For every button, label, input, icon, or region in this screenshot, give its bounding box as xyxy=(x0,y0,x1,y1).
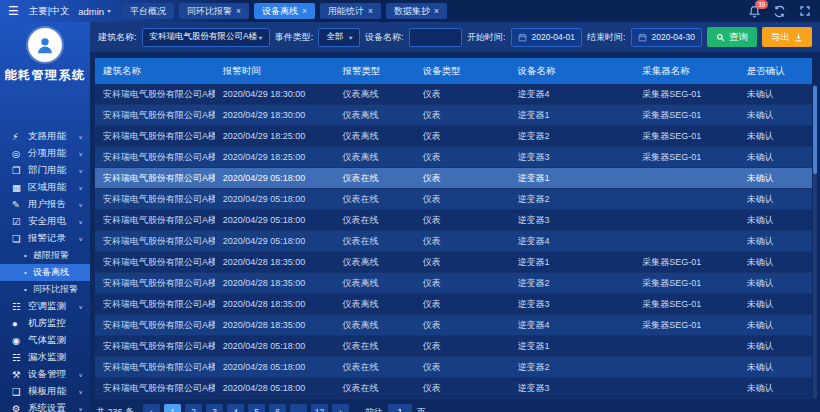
sidebar-item-label: 部门用能 xyxy=(28,164,78,177)
sidebar-item-区域用能[interactable]: ▦区域用能∨ xyxy=(0,179,90,196)
fullscreen-icon[interactable] xyxy=(797,4,812,19)
table-cell: 逆变器4 xyxy=(509,84,634,105)
table-cell: 安科瑞电气股份有限公司A楼 xyxy=(95,273,215,294)
table-row[interactable]: 安科瑞电气股份有限公司A楼2020/04/28 05:18:00仪表在线仪表逆变… xyxy=(95,336,812,357)
department-energy-icon: ❐ xyxy=(12,165,28,176)
sidebar-item-气体监测[interactable]: ◉气体监测 xyxy=(0,332,90,349)
download-icon xyxy=(794,33,803,42)
tab-close-icon[interactable]: × xyxy=(368,6,373,16)
tab-label: 设备离线 xyxy=(262,5,298,18)
prev-page-button[interactable]: ‹ xyxy=(143,404,160,412)
table-row[interactable]: 安科瑞电气股份有限公司A楼2020/04/29 05:18:00仪表在线仪表逆变… xyxy=(95,168,812,189)
column-header: 报警时间 xyxy=(215,58,335,84)
sidebar-subitem-越限报警[interactable]: •越限报警 xyxy=(0,247,90,264)
table-cell: 仪表离线 xyxy=(334,84,414,105)
page-button-5[interactable]: 5 xyxy=(248,404,265,412)
table-row[interactable]: 安科瑞电气股份有限公司A楼2020/04/28 18:35:00仪表离线仪表逆变… xyxy=(95,294,812,315)
table-row[interactable]: 安科瑞电气股份有限公司A楼2020/04/28 18:35:00仪表离线仪表逆变… xyxy=(95,252,812,273)
table-row[interactable]: 安科瑞电气股份有限公司A楼2020/04/29 18:25:00仪表离线仪表逆变… xyxy=(95,126,812,147)
page-button-3[interactable]: 3 xyxy=(206,404,223,412)
page-button-1[interactable]: 1 xyxy=(164,404,181,412)
table-cell: 安科瑞电气股份有限公司A楼 xyxy=(95,210,215,231)
tab-数据集抄[interactable]: 数据集抄× xyxy=(386,3,447,19)
table-row[interactable]: 安科瑞电气股份有限公司A楼2020/04/29 05:18:00仪表在线仪表逆变… xyxy=(95,231,812,252)
table-row[interactable]: 安科瑞电气股份有限公司A楼2020/04/29 18:30:00仪表离线仪表逆变… xyxy=(95,105,812,126)
sidebar-item-空调监测[interactable]: ☷空调监测∨ xyxy=(0,298,90,315)
user-menu[interactable]: admin ▼ xyxy=(78,6,112,17)
device-name-input[interactable] xyxy=(409,28,462,47)
scrollbar-thumb[interactable] xyxy=(813,86,817,174)
tab-用能统计[interactable]: 用能统计× xyxy=(320,3,381,19)
table-cell: 仪表 xyxy=(415,168,510,189)
export-button[interactable]: 导出 xyxy=(762,27,812,47)
table-cell: 2020/04/29 05:18:00 xyxy=(215,210,335,231)
sidebar-subitem-同环比报警[interactable]: •同环比报警 xyxy=(0,281,90,298)
sidebar-item-设备管理[interactable]: ⚒设备管理∨ xyxy=(0,366,90,383)
table-row[interactable]: 安科瑞电气股份有限公司A楼2020/04/29 05:18:00仪表在线仪表逆变… xyxy=(95,210,812,231)
table-cell: 安科瑞电气股份有限公司A楼 xyxy=(95,294,215,315)
locale-switcher[interactable]: 主要|中文 xyxy=(29,5,69,18)
chevron-down-icon: ∨ xyxy=(78,218,83,225)
page-button-4[interactable]: 4 xyxy=(227,404,244,412)
tab-同环比报警[interactable]: 同环比报警× xyxy=(179,3,249,19)
start-date-input[interactable]: 2020-04-01 xyxy=(511,28,582,47)
table-cell: 采集器SEG-01 xyxy=(634,252,739,273)
tab-设备离线[interactable]: 设备离线× xyxy=(254,3,315,19)
refresh-icon[interactable] xyxy=(772,4,787,19)
tab-close-icon[interactable]: × xyxy=(302,6,307,16)
search-button[interactable]: 查询 xyxy=(707,27,757,47)
column-header: 设备类型 xyxy=(415,58,510,84)
table-row[interactable]: 安科瑞电气股份有限公司A楼2020/04/29 05:18:00仪表在线仪表逆变… xyxy=(95,189,812,210)
page-button-12[interactable]: 12 xyxy=(311,404,328,412)
sidebar-item-系统设置[interactable]: ⚙系统设置∨ xyxy=(0,400,90,412)
chevron-down-icon: ∨ xyxy=(78,388,83,395)
table-row[interactable]: 安科瑞电气股份有限公司A楼2020/04/29 18:30:00仪表离线仪表逆变… xyxy=(95,84,812,105)
table-cell: 仪表 xyxy=(415,252,510,273)
table-cell: 2020/04/28 05:18:00 xyxy=(215,378,335,399)
table-row[interactable]: 安科瑞电气股份有限公司A楼2020/04/28 18:35:00仪表离线仪表逆变… xyxy=(95,315,812,336)
sidebar-item-报警记录[interactable]: ❏报警记录∨ xyxy=(0,230,90,247)
page-button-6[interactable]: 6 xyxy=(269,404,286,412)
sidebar-item-安全用电[interactable]: ☑安全用电∨ xyxy=(0,213,90,230)
next-page-button[interactable]: › xyxy=(332,404,349,412)
table-cell xyxy=(634,231,739,252)
page-button-2[interactable]: 2 xyxy=(185,404,202,412)
sidebar: 能耗管理系统 ⚡支路用能∨◎分项用能∨❐部门用能∨▦区域用能∨✎用户报告∨☑安全… xyxy=(0,22,90,412)
vertical-scrollbar[interactable] xyxy=(813,84,817,399)
sidebar-item-机房监控[interactable]: ●机房监控 xyxy=(0,315,90,332)
hamburger-menu-icon[interactable]: ☰ xyxy=(8,5,19,17)
sidebar-item-用户报告[interactable]: ✎用户报告∨ xyxy=(0,196,90,213)
table-cell: 未确认 xyxy=(739,168,812,189)
table-cell: 仪表在线 xyxy=(334,378,414,399)
end-date-input[interactable]: 2020-04-30 xyxy=(631,28,702,47)
sidebar-item-支路用能[interactable]: ⚡支路用能∨ xyxy=(0,128,90,145)
chevron-down-icon: ∨ xyxy=(78,371,83,378)
sidebar-item-label: 用户报告 xyxy=(28,198,78,211)
export-button-label: 导出 xyxy=(771,31,790,44)
sidebar-item-分项用能[interactable]: ◎分项用能∨ xyxy=(0,145,90,162)
tab-close-icon[interactable]: × xyxy=(434,6,439,16)
sidebar-subitem-设备离线[interactable]: •设备离线 xyxy=(0,264,90,281)
tab-close-icon[interactable]: × xyxy=(236,6,241,16)
table-row[interactable]: 安科瑞电气股份有限公司A楼2020/04/29 18:25:00仪表离线仪表逆变… xyxy=(95,147,812,168)
goto-page-input[interactable]: 1 xyxy=(388,404,412,412)
table-row[interactable]: 安科瑞电气股份有限公司A楼2020/04/28 18:35:00仪表离线仪表逆变… xyxy=(95,273,812,294)
building-select[interactable]: 安科瑞电气股份有限公司A楼 ▼ xyxy=(142,28,270,47)
notification-bell-icon[interactable]: 39 xyxy=(747,4,762,19)
chevron-down-icon: ∨ xyxy=(78,235,83,242)
table-cell: 2020/04/28 18:35:00 xyxy=(215,294,335,315)
table-cell: 仪表离线 xyxy=(334,105,414,126)
sidebar-item-漏水监测[interactable]: ☵漏水监测 xyxy=(0,349,90,366)
tab-平台概况[interactable]: 平台概况 xyxy=(122,3,174,19)
table-cell xyxy=(634,357,739,378)
table-cell: 未确认 xyxy=(739,126,812,147)
sidebar-item-模板用能[interactable]: ❑模板用能∨ xyxy=(0,383,90,400)
table-cell: 安科瑞电气股份有限公司A楼 xyxy=(95,189,215,210)
event-type-select[interactable]: 全部 ▼ xyxy=(318,28,360,47)
table-row[interactable]: 安科瑞电气股份有限公司A楼2020/04/28 05:18:00仪表在线仪表逆变… xyxy=(95,357,812,378)
table-cell: 2020/04/28 18:35:00 xyxy=(215,252,335,273)
table-row[interactable]: 安科瑞电气股份有限公司A楼2020/04/28 05:18:00仪表在线仪表逆变… xyxy=(95,378,812,399)
filter-bar: 建筑名称: 安科瑞电气股份有限公司A楼 ▼ 事件类型: 全部 ▼ 设备名称: 开… xyxy=(90,22,820,52)
sidebar-item-部门用能[interactable]: ❐部门用能∨ xyxy=(0,162,90,179)
table-cell: 仪表 xyxy=(415,189,510,210)
